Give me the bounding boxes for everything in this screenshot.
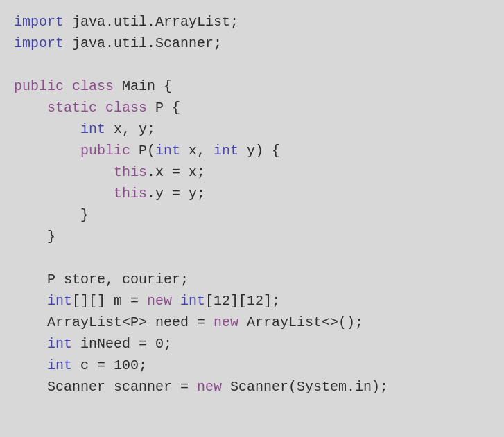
keyword-blue: int	[47, 336, 72, 352]
code-text: [12][12];	[205, 293, 280, 309]
keyword-blue: int	[155, 143, 180, 159]
code-text: Scanner(System.in);	[222, 379, 388, 395]
code-text: .y = y;	[147, 186, 205, 202]
code-text: }	[14, 229, 55, 244]
code-line: this.x = x;	[14, 161, 490, 183]
keyword-purple: public	[14, 78, 64, 94]
code-line: int[][] m = new int[12][12];	[14, 290, 490, 312]
code-text: }	[14, 207, 89, 223]
code-text	[14, 121, 80, 137]
code-line: }	[14, 226, 490, 247]
code-line: this.y = y;	[14, 183, 490, 204]
code-line: Scanner scanner = new Scanner(System.in)…	[14, 376, 490, 398]
code-line: public P(int x, int y) {	[14, 140, 490, 161]
keyword-purple: class	[105, 100, 147, 116]
keyword-purple: this	[114, 164, 147, 180]
code-text: Main {	[114, 78, 172, 94]
code-text: c = 100;	[72, 357, 147, 373]
code-text: x,	[180, 143, 214, 159]
keyword-purple: this	[114, 186, 147, 202]
code-text	[14, 336, 47, 352]
code-text: java.util.ArrayList;	[64, 14, 238, 30]
code-text: x, y;	[105, 121, 155, 137]
code-text: P {	[147, 100, 180, 116]
code-line: }	[14, 204, 490, 226]
code-text: P store, courier;	[14, 271, 189, 287]
code-text	[64, 78, 72, 94]
keyword-purple: new	[147, 293, 172, 309]
code-line: int c = 100;	[14, 355, 490, 376]
code-line: static class P {	[14, 97, 490, 118]
code-line	[14, 247, 490, 269]
keyword-blue: int	[180, 293, 205, 309]
keyword-blue: int	[214, 143, 238, 159]
keyword-blue: int	[47, 293, 72, 309]
code-text: [][] m =	[72, 293, 147, 309]
code-content: import java.util.ArrayList;import java.u…	[14, 11, 490, 398]
code-text: P(	[130, 143, 155, 159]
code-text: .x = x;	[147, 164, 205, 180]
code-line	[14, 54, 490, 75]
keyword-blue: import	[14, 14, 64, 30]
code-line: import java.util.Scanner;	[14, 33, 490, 54]
code-text: ArrayList<P> need =	[14, 314, 214, 330]
code-line: int x, y;	[14, 118, 490, 140]
code-text	[14, 143, 80, 159]
keyword-purple: new	[197, 379, 222, 395]
code-text: inNeed = 0;	[72, 336, 172, 352]
code-text: ArrayList<>();	[238, 314, 363, 330]
keyword-purple: new	[214, 314, 238, 330]
keyword-blue: int	[47, 357, 72, 373]
code-text: java.util.Scanner;	[64, 35, 222, 51]
code-line: import java.util.ArrayList;	[14, 11, 490, 33]
code-text	[14, 164, 114, 180]
keyword-purple: class	[72, 78, 114, 94]
code-line: int inNeed = 0;	[14, 333, 490, 355]
keyword-blue: int	[80, 121, 105, 137]
keyword-purple: static	[47, 100, 97, 116]
keyword-purple: public	[80, 143, 130, 159]
code-text	[14, 186, 114, 202]
code-text	[97, 100, 105, 116]
code-text: Scanner scanner =	[14, 379, 197, 395]
code-text	[172, 293, 180, 309]
code-text	[14, 357, 47, 373]
code-text	[14, 293, 47, 309]
code-line: P store, courier;	[14, 269, 490, 290]
code-text	[14, 100, 47, 116]
keyword-blue: import	[14, 35, 64, 51]
code-line: public class Main {	[14, 75, 490, 97]
code-line: ArrayList<P> need = new ArrayList<>();	[14, 312, 490, 333]
code-text: y) {	[238, 143, 280, 159]
code-editor: import java.util.ArrayList;import java.u…	[0, 0, 504, 437]
